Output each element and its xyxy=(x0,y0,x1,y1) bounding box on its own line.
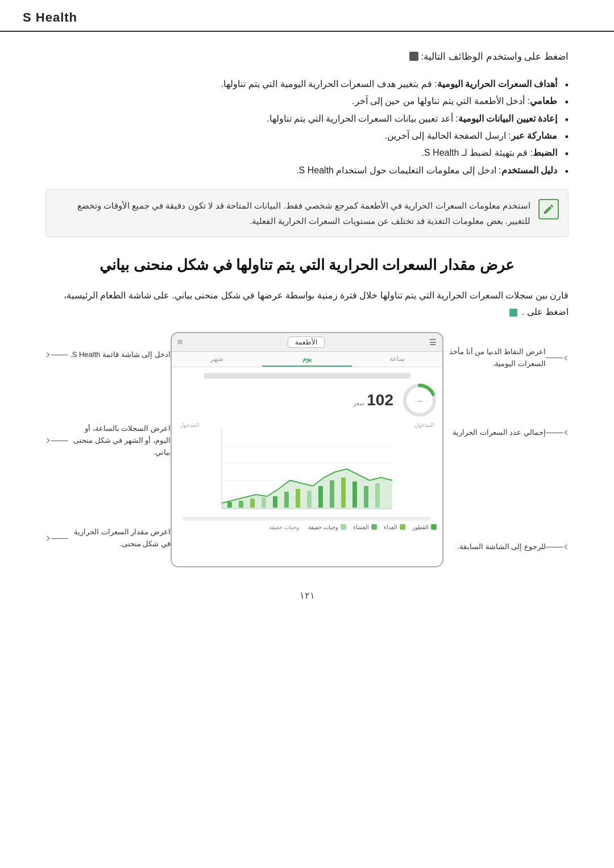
phone-display: سعر 102 سعر المدخول المدخول xyxy=(172,367,442,566)
svg-rect-22 xyxy=(375,483,380,508)
svg-rect-14 xyxy=(284,492,289,508)
date-range-bar xyxy=(204,373,411,379)
calorie-number-display: 102 سعر xyxy=(353,391,393,409)
chart-header: المدخول المدخول xyxy=(177,422,437,429)
breakfast-color xyxy=(431,524,437,530)
calorie-circle-area: سعر 102 سعر xyxy=(177,383,437,417)
svg-rect-20 xyxy=(352,481,357,508)
bullet-item-1: أهداف السعرات الحرارية اليومية: قم بتغيي… xyxy=(45,76,569,93)
screen-icon xyxy=(509,309,517,317)
detail-label: وجبات خفيفة xyxy=(269,524,299,530)
calorie-chart xyxy=(177,429,437,514)
svg-rect-17 xyxy=(318,486,323,508)
right-callout-2: إجمالي عدد السعرات الحرارية xyxy=(443,427,569,439)
left-callout-3: اعرض مقدار السعرات الحرارية في شكل منحنى… xyxy=(45,526,171,550)
calorie-progress-circle: سعر xyxy=(403,383,437,417)
svg-rect-9 xyxy=(227,502,232,508)
diagram-area: ادخل إلى شاشة قائمة S Health. اعرض السجل… xyxy=(45,332,569,567)
svg-rect-13 xyxy=(273,496,277,508)
chart-container xyxy=(177,429,437,514)
snacks-color xyxy=(341,524,346,530)
calorie-unit: سعر xyxy=(353,400,364,406)
legend-snacks: وجبات خفيفة xyxy=(308,524,346,530)
phone-top-bar: ☰ الأطعمة ⊞ xyxy=(172,333,442,352)
bullet-item-4: مشاركة عبر: ارسل الصفحة الحالية إلى آخري… xyxy=(45,127,569,144)
pencil-icon xyxy=(542,203,555,215)
section-heading: عرض مقدار السعرات الحرارية التي يتم تناو… xyxy=(45,254,569,276)
note-text: استخدم معلومات السعرات الحرارية في الأطع… xyxy=(55,198,530,229)
lunch-color xyxy=(400,524,405,530)
phone-icon-right: ⊞ xyxy=(177,338,182,346)
note-box: استخدم معلومات السعرات الحرارية في الأطع… xyxy=(45,189,569,237)
intro-line: اضغط على واستخدم الوظائف التالية: xyxy=(45,49,569,65)
dinner-color xyxy=(371,524,377,530)
right-callout-1: اعرض النقاط الدنيا من أنا مأخذ السعرات ا… xyxy=(443,346,569,370)
left-callout-2: اعرض السجلات بالساعة، أو اليوم، أو الشهر… xyxy=(45,423,171,458)
left-callouts: ادخل إلى شاشة قائمة S Health. اعرض السجل… xyxy=(45,332,171,567)
svg-rect-12 xyxy=(262,497,266,508)
bullet-list: أهداف السعرات الحرارية اليومية: قم بتغيي… xyxy=(45,76,569,179)
left-callout-1: ادخل إلى شاشة قائمة S Health. xyxy=(45,349,171,361)
tab-month[interactable]: شهر xyxy=(172,352,262,367)
right-callout-3: للرجوع إلى الشاشة السابقة. xyxy=(443,541,569,553)
phone-tabs-row: ساعة يوم شهر xyxy=(172,352,442,367)
bullet-item-6: دليل المستخدم: ادخل إلى معلومات التعليما… xyxy=(45,162,569,179)
legend-breakfast: الفطور xyxy=(412,524,437,530)
app-title: S Health xyxy=(23,10,77,25)
blurred-row-1 xyxy=(183,517,431,521)
section-intro: قارن بين سجلات السعرات الحرارية التي يتم… xyxy=(45,288,569,321)
legend-dinner: العشاء xyxy=(353,524,377,530)
svg-rect-16 xyxy=(307,491,312,508)
phone-menu-icon: ☰ xyxy=(429,338,437,347)
page-header: S Health xyxy=(0,0,614,32)
main-content: اضغط على واستخدم الوظائف التالية: أهداف … xyxy=(0,49,614,612)
svg-rect-19 xyxy=(341,477,346,508)
bullet-item-2: طعامي: أدخل الأطعمة التي يتم تناولها من … xyxy=(45,93,569,110)
phone-active-tab-label: الأطعمة xyxy=(288,337,325,348)
right-callouts: اعرض النقاط الدنيا من أنا مأخذ السعرات ا… xyxy=(443,332,569,567)
tab-hour[interactable]: ساعة xyxy=(352,352,442,367)
tab-day[interactable]: يوم xyxy=(262,352,352,367)
legend-lunch: الغداء xyxy=(384,524,405,530)
bullet-item-5: الضبط: قم بتهيئة لضبط لـ S Health. xyxy=(45,144,569,161)
bullet-item-3: إعادة تعيين البيانات اليومية: أعد تعيين … xyxy=(45,110,569,127)
page-number: ١٢١ xyxy=(45,590,569,612)
phone-mockup: ☰ الأطعمة ⊞ ساعة يوم شهر xyxy=(171,332,443,567)
svg-rect-11 xyxy=(250,499,255,508)
note-icon xyxy=(538,199,559,219)
chart-legend: الفطور الغداء العشاء وجبات خفيفة وجبات xyxy=(177,524,437,530)
svg-rect-18 xyxy=(330,480,334,508)
svg-rect-15 xyxy=(296,489,300,508)
svg-rect-21 xyxy=(364,486,368,508)
svg-rect-10 xyxy=(239,501,243,508)
more-icon xyxy=(409,52,418,61)
